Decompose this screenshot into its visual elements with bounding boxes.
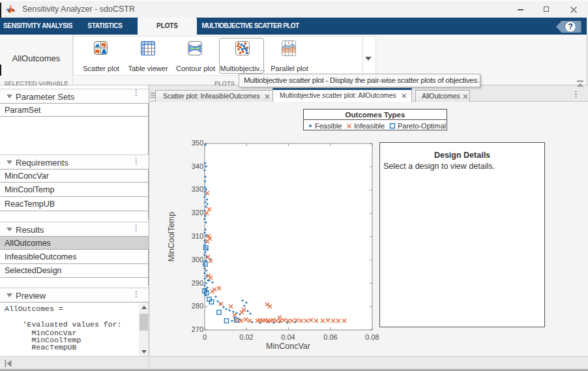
svg-text:?: ? <box>568 22 573 31</box>
